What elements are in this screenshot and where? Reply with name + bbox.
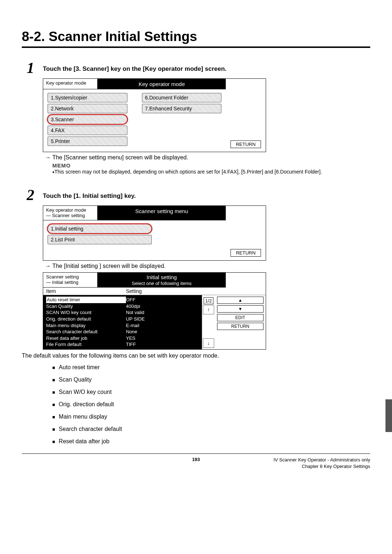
list-item[interactable]: Auto reset timerOFF: [46, 297, 199, 303]
breadcrumb-line1: Key operator mode: [46, 207, 94, 213]
menu-item-document-folder[interactable]: 6.Document Folder: [142, 93, 222, 102]
result-text-2: → The [Initial setting ] screen will be …: [45, 263, 370, 269]
edit-button[interactable]: EDIT: [217, 314, 264, 321]
page-number: 193: [138, 457, 254, 470]
menu-item-system-copier[interactable]: 1.System/copier: [48, 93, 127, 102]
breadcrumb: Key operator mode: [43, 79, 98, 89]
defaults-list: Auto reset timerScan QualityScan W/O key…: [52, 364, 370, 445]
step-text: Touch the [1. Initial setting] key.: [43, 187, 136, 200]
setting-value: YES: [126, 335, 135, 342]
list-item[interactable]: Reset data after jobYES: [46, 335, 199, 342]
setting-label: Search character default: [46, 329, 126, 335]
screen-title: Initial setting: [98, 274, 226, 281]
settings-list: Auto reset timerOFFScan Quality400dpiSCA…: [43, 295, 202, 349]
list-item: Scan Quality: [52, 376, 370, 383]
screen-subtitle: Select one of following items: [98, 281, 226, 286]
screenshot-scanner-setting-menu: Key operator mode — Scanner setting Scan…: [43, 205, 266, 261]
list-item[interactable]: Scan Quality400dpi: [46, 303, 199, 310]
list-item: Orig. direction default: [52, 401, 370, 408]
setting-value: TIFF: [126, 341, 136, 348]
setting-value: 400dpi: [126, 303, 140, 310]
list-item[interactable]: Main menu displayE-mail: [46, 322, 199, 329]
menu-item-printer[interactable]: 5.Printer: [48, 137, 127, 146]
return-button[interactable]: RETURN: [230, 140, 261, 148]
list-item: Main menu display: [52, 414, 370, 420]
list-item: Reset data after job: [52, 438, 370, 445]
setting-value: UP SIDE: [126, 316, 145, 322]
nav-down-icon[interactable]: ▼: [217, 305, 264, 313]
step-2: 2 Touch the [1. Initial setting] key.: [22, 187, 370, 203]
breadcrumb-line1: Scanner setting: [46, 274, 94, 280]
section-tab-marker: [385, 399, 392, 432]
list-item: Scan W/O key count: [52, 389, 370, 395]
scroll-down-button[interactable]: ↓: [203, 338, 214, 348]
setting-value: None: [126, 329, 137, 335]
screenshot-initial-setting: Scanner setting — Initial setting Initia…: [43, 272, 266, 350]
footer-line2: Chapter 8 Key Operator Settings: [254, 463, 370, 470]
setting-label: Main menu display: [46, 322, 126, 329]
memo-text: This screen may not be displayed, depend…: [52, 169, 322, 175]
memo-body: This screen may not be displayed, depend…: [52, 168, 370, 176]
breadcrumb-line2: — Initial setting: [46, 280, 94, 285]
return-button[interactable]: RETURN: [230, 249, 261, 257]
setting-value: OFF: [126, 297, 135, 303]
screen-title: Key operator mode: [98, 79, 226, 89]
step-1: 1 Touch the [3. Scanner] key on the [Key…: [22, 60, 370, 76]
list-item[interactable]: Search character defaultNone: [46, 329, 199, 335]
footer-line1: IV Scanner Key Operator - Administrators…: [254, 457, 370, 463]
screen-title: Scanner setting menu: [98, 206, 226, 220]
setting-label: Auto reset timer: [46, 297, 126, 303]
col-header-item: Item: [46, 288, 126, 294]
page-footer: 193 IV Scanner Key Operator - Administra…: [22, 453, 370, 470]
list-item[interactable]: SCAN W/O key countNot valid: [46, 309, 199, 316]
setting-label: Scan Quality: [46, 303, 126, 310]
return-button[interactable]: RETURN: [217, 323, 264, 330]
setting-label: File Form default: [46, 341, 126, 348]
list-item: Search character default: [52, 426, 370, 432]
result-text-1: → The [Scanner setting menu] screen will…: [45, 154, 370, 161]
setting-value: Not valid: [126, 309, 144, 316]
scroll-up-button[interactable]: ↑: [203, 305, 214, 314]
menu-item-enhanced-security[interactable]: 7.Enhanced Security: [142, 104, 222, 113]
step-number: 2: [22, 187, 39, 203]
setting-label: Reset data after job: [46, 335, 126, 342]
section-title: 8-2. Scanner Initial Settings: [22, 29, 370, 44]
setting-value: E-mail: [126, 322, 139, 329]
nav-up-icon[interactable]: ▲: [217, 297, 264, 304]
title-rule: [22, 46, 370, 48]
menu-item-network[interactable]: 2.Network: [48, 104, 127, 113]
memo-label: MEMO: [52, 162, 370, 168]
col-header-setting: Setting: [126, 288, 142, 294]
step-number: 1: [22, 60, 39, 76]
list-item[interactable]: File Form defaultTIFF: [46, 341, 199, 348]
defaults-intro: The default values for the following ite…: [22, 353, 370, 359]
menu-item-scanner[interactable]: 3.Scanner: [48, 115, 127, 124]
breadcrumb-line2: — Scanner setting: [46, 213, 94, 219]
setting-label: SCAN W/O key count: [46, 309, 126, 316]
page-indicator: 1/2: [204, 297, 213, 304]
menu-item-list-print[interactable]: 2.List Print: [48, 235, 152, 244]
setting-label: Orig. direction default: [46, 316, 126, 322]
menu-item-fax[interactable]: 4.FAX: [48, 126, 127, 135]
list-item: Auto reset timer: [52, 364, 370, 371]
menu-item-initial-setting[interactable]: 1.Initial setting: [48, 224, 152, 233]
screenshot-key-operator-mode: Key operator mode Key operator mode 1.Sy…: [43, 78, 266, 152]
step-text: Touch the [3. Scanner] key on the [Key o…: [43, 60, 226, 73]
list-item[interactable]: Orig. direction defaultUP SIDE: [46, 316, 199, 322]
